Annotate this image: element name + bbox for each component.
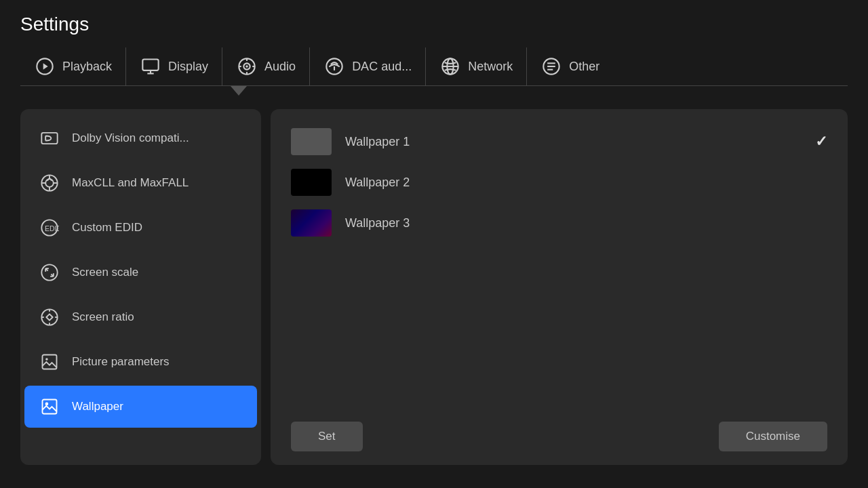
svg-rect-44 <box>43 400 57 414</box>
sidebar-item-edid[interactable]: EDID Custom EDID <box>24 207 257 249</box>
wallpaper-1-check: ✓ <box>815 133 827 150</box>
display-icon <box>140 56 161 77</box>
sidebar-item-picture-label: Picture parameters <box>72 355 170 369</box>
network-icon <box>439 56 461 77</box>
wallpaper-thumb-2 <box>291 169 332 196</box>
svg-point-30 <box>41 264 57 280</box>
tab-playback[interactable]: Playback <box>20 47 126 85</box>
wallpaper-icon <box>38 395 61 418</box>
maxcll-icon <box>38 171 61 195</box>
header: Settings Playback Display Audio <box>0 0 868 102</box>
edid-icon: EDID <box>38 216 61 239</box>
dac-icon <box>323 56 345 77</box>
tab-display-label: Display <box>168 60 208 74</box>
sidebar-item-picture[interactable]: Picture parameters <box>24 341 257 383</box>
tab-dac[interactable]: DAC aud... <box>310 47 426 85</box>
wallpaper-1-label: Wallpaper 1 <box>345 135 802 149</box>
customise-button[interactable]: Customise <box>719 422 827 451</box>
sidebar-item-wallpaper-label: Wallpaper <box>72 400 123 413</box>
svg-marker-1 <box>43 63 48 69</box>
tab-other-label: Other <box>569 60 599 74</box>
svg-point-43 <box>45 358 48 361</box>
tab-playback-label: Playback <box>62 60 112 74</box>
sidebar-item-scale[interactable]: Screen scale <box>24 251 257 293</box>
set-button[interactable]: Set <box>291 422 363 451</box>
sidebar-item-scale-label: Screen scale <box>72 266 138 279</box>
other-icon <box>540 56 562 77</box>
svg-point-7 <box>245 65 248 68</box>
sidebar-item-edid-label: Custom EDID <box>72 221 142 235</box>
play-icon <box>34 56 56 77</box>
svg-text:EDID: EDID <box>45 224 59 232</box>
sidebar-item-dolby[interactable]: Dolby Vision compati... <box>24 117 257 159</box>
sidebar-item-maxcll[interactable]: MaxCLL and MaxFALL <box>24 162 257 204</box>
sidebar-item-ratio-label: Screen ratio <box>72 310 134 324</box>
tab-audio[interactable]: Audio <box>222 47 310 85</box>
main-content: Dolby Vision compati... MaxCLL and MaxFA… <box>0 102 868 472</box>
wallpaper-3-label: Wallpaper 3 <box>345 216 827 230</box>
wallpaper-2-label: Wallpaper 2 <box>345 176 827 190</box>
dolby-icon <box>38 127 61 150</box>
svg-rect-21 <box>41 133 57 144</box>
wallpaper-item-2[interactable]: Wallpaper 2 <box>284 163 834 201</box>
svg-rect-42 <box>43 355 57 369</box>
sidebar: Dolby Vision compati... MaxCLL and MaxFA… <box>20 109 261 465</box>
wallpaper-list: Wallpaper 1 ✓ Wallpaper 2 Wallpaper 3 <box>284 123 834 415</box>
screen-scale-icon <box>38 261 61 284</box>
svg-point-45 <box>45 403 49 406</box>
sidebar-item-ratio[interactable]: Screen ratio <box>24 296 257 338</box>
tab-audio-label: Audio <box>264 60 296 74</box>
tab-display[interactable]: Display <box>126 47 222 85</box>
audio-icon <box>236 56 258 77</box>
sidebar-item-maxcll-label: MaxCLL and MaxFALL <box>72 176 189 190</box>
sidebar-item-wallpaper[interactable]: Wallpaper <box>24 386 257 428</box>
tab-other[interactable]: Other <box>527 47 613 85</box>
sidebar-item-dolby-label: Dolby Vision compati... <box>72 131 189 145</box>
wallpaper-thumb-3 <box>291 209 332 237</box>
wallpaper-item-1[interactable]: Wallpaper 1 ✓ <box>284 123 834 161</box>
nav-tabs: Playback Display Audio DAC aud... <box>20 47 848 86</box>
buttons-row: Set Customise <box>284 415 834 451</box>
tab-network[interactable]: Network <box>426 47 527 85</box>
page-title: Settings <box>20 14 848 35</box>
right-panel: Wallpaper 1 ✓ Wallpaper 2 Wallpaper 3 Se… <box>271 109 848 465</box>
tab-network-label: Network <box>468 60 513 74</box>
svg-rect-2 <box>142 60 158 70</box>
picture-icon <box>38 350 61 373</box>
tab-indicator <box>41 86 848 96</box>
screen-ratio-icon <box>38 306 61 329</box>
wallpaper-item-3[interactable]: Wallpaper 3 <box>284 204 834 242</box>
wallpaper-thumb-1 <box>291 128 332 155</box>
tab-dac-label: DAC aud... <box>352 60 412 74</box>
